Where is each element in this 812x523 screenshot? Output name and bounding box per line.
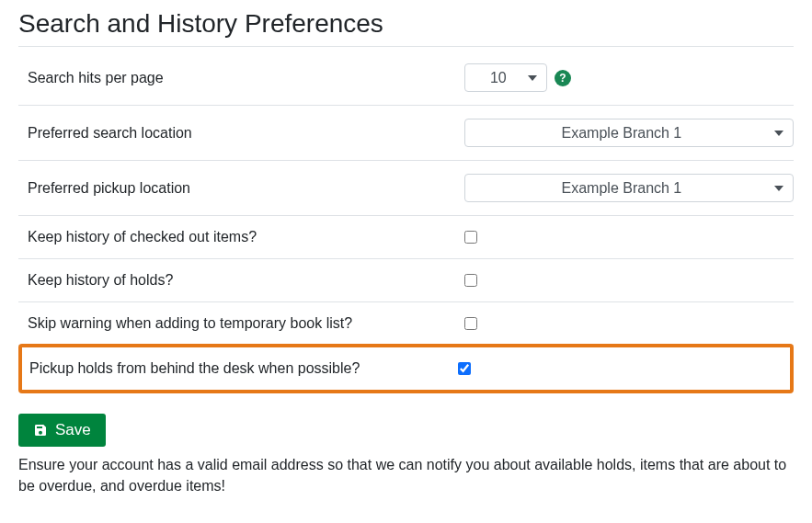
row-search-location: Preferred search location Example Branch… (18, 106, 794, 161)
row-pickup-location: Preferred pickup location Example Branch… (18, 161, 794, 216)
row-history-holds: Keep history of holds? (18, 259, 794, 302)
checkbox-history-checkout[interactable] (464, 231, 477, 244)
label-pickup-behind-desk: Pickup holds from behind the desk when p… (29, 360, 458, 377)
label-history-holds: Keep history of holds? (28, 272, 464, 289)
highlighted-row: Pickup holds from behind the desk when p… (18, 344, 794, 393)
save-button-label: Save (55, 421, 91, 439)
select-search-location[interactable]: Example Branch 1 (464, 119, 794, 147)
save-button[interactable]: Save (18, 414, 106, 447)
select-pickup-location[interactable]: Example Branch 1 (464, 174, 794, 202)
row-pickup-behind-desk: Pickup holds from behind the desk when p… (24, 349, 788, 388)
save-icon (33, 423, 48, 438)
row-skip-warning: Skip warning when adding to temporary bo… (18, 302, 794, 346)
page-title: Search and History Preferences (18, 9, 794, 39)
label-hits-per-page: Search hits per page (28, 70, 464, 86)
row-history-checkout: Keep history of checked out items? (18, 216, 794, 259)
row-hits-per-page: Search hits per page 10 ? (18, 51, 794, 106)
checkbox-skip-warning[interactable] (464, 317, 477, 330)
label-history-checkout: Keep history of checked out items? (28, 229, 464, 245)
help-icon[interactable]: ? (555, 70, 571, 86)
label-skip-warning: Skip warning when adding to temporary bo… (28, 315, 464, 332)
divider (18, 46, 794, 47)
label-pickup-location: Preferred pickup location (28, 180, 464, 197)
select-hits-per-page[interactable]: 10 (464, 63, 547, 92)
footer-note: Ensure your account has a valid email ad… (18, 454, 794, 496)
checkbox-pickup-behind-desk[interactable] (458, 362, 471, 375)
checkbox-history-holds[interactable] (464, 274, 477, 287)
label-search-location: Preferred search location (28, 125, 464, 142)
